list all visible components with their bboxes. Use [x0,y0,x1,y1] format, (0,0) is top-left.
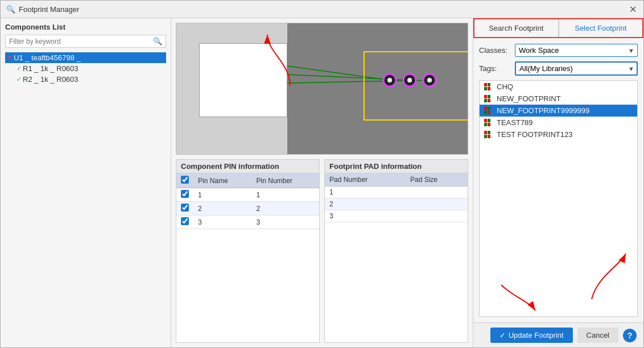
components-tree: ✕ U1 _ teaftb456798 _ ✓ R1 _ 1k _ R0603 … [5,52,166,343]
svg-rect-21 [484,111,487,114]
svg-rect-24 [488,119,490,122]
check-icon-r2: ✓ [16,76,22,83]
bottom-bar: ✓ Update Footprint Cancel ? [473,322,643,347]
fp-icon-new9 [484,107,493,115]
center-panel: Component PIN information Pin Name Pin N… [171,18,473,347]
pad-size-2 [406,198,468,210]
tab-search[interactable]: Search Footprint [474,19,559,37]
right-panel: Search Footprint Select Footprint Classe… [473,18,643,347]
left-panel: Components List 🔍 ✕ U1 _ teaftb456798 _ … [1,18,171,347]
right-body: Classes: Work Space ▼ Tags: All(My Libra… [473,38,643,322]
fp-label-chq: CHQ [497,82,513,91]
classes-control: Work Space ▼ [515,44,638,57]
tags-row: Tags: All(My Libraries) ▼ [479,61,638,76]
svg-point-9 [427,78,432,82]
update-footprint-button[interactable]: ✓ Update Footprint [490,328,573,343]
tab-bar: Search Footprint Select Footprint [474,19,642,37]
pad-table-section: Footprint PAD information Pad Number Pad… [324,159,468,343]
table-row: 2 [325,198,468,210]
pin-row-3-checkbox[interactable] [181,217,189,225]
svg-rect-20 [488,107,490,110]
svg-rect-22 [488,111,490,114]
tree-item-r1[interactable]: ✓ R1 _ 1k _ R0603 [5,63,166,74]
pin-row-1-checkbox[interactable] [181,190,189,198]
classes-label: Classes: [479,46,510,55]
table-row: 3 3 [176,216,319,229]
pin-number-1: 1 [252,188,319,202]
fp-label-new-footprint: NEW_FOOTPRINT [497,94,561,103]
svg-rect-26 [488,123,490,126]
window-title: Footprint Manager [19,5,79,14]
preview-svg [176,23,468,154]
svg-rect-15 [484,95,487,98]
pin-number-header: Pin Number [252,173,319,188]
svg-rect-27 [484,131,487,134]
titlebar: 🔍 Footprint Manager ✕ [1,1,643,18]
svg-rect-28 [488,131,490,134]
pad-table-title: Footprint PAD information [325,160,468,173]
fp-item-new-footprint[interactable]: NEW_FOOTPRINT [480,93,637,105]
table-row: 3 [325,210,468,222]
tags-label: Tags: [479,64,510,73]
pad-number-header: Pad Number [325,173,406,187]
tab-select[interactable]: Select Footprint [559,19,643,37]
filter-input[interactable] [9,38,153,45]
main-content: Components List 🔍 ✕ U1 _ teaftb456798 _ … [1,18,643,347]
fp-item-test-footprint123[interactable]: TEST FOOTPRINT123 [480,129,637,140]
pin-table-title: Component PIN information [176,160,319,173]
svg-rect-12 [488,83,490,86]
tab-bar-outer: Search Footprint Select Footprint [473,18,643,38]
pin-name-header: Pin Name [193,173,252,188]
pin-table-section: Component PIN information Pin Name Pin N… [176,159,320,343]
pin-name-2: 2 [193,202,252,216]
svg-line-0 [287,66,390,80]
tree-item-label: U1 _ teaftb456798 _ [14,53,81,62]
pad-size-header: Pad Size [406,173,468,187]
close-button[interactable]: ✕ [628,4,638,14]
fp-icon-test [484,131,493,139]
svg-rect-16 [488,95,490,98]
tree-item-u1[interactable]: ✕ U1 _ teaftb456798 _ [5,52,166,63]
svg-rect-3 [364,52,468,120]
pin-name-3: 3 [193,216,252,229]
table-row: 2 2 [176,202,319,216]
red-arrow-fp [586,248,631,305]
search-box: 🔍 [5,35,166,48]
fp-item-teast789[interactable]: TEAST789 [480,117,637,129]
checkmark-icon: ✓ [499,331,506,339]
select-all-checkbox[interactable] [181,176,189,184]
svg-rect-13 [484,87,487,90]
classes-select[interactable]: Work Space [515,44,638,57]
svg-rect-29 [484,135,487,138]
classes-row: Classes: Work Space ▼ [479,44,638,57]
pin-name-1: 1 [193,188,252,202]
pad-size-3 [406,210,468,222]
svg-rect-30 [488,135,490,138]
tree-item-r2[interactable]: ✓ R2 _ 1k _ R0603 [5,74,166,85]
svg-rect-18 [488,99,490,102]
help-button[interactable]: ? [623,329,637,342]
pin-number-2: 2 [252,202,319,216]
pad-number-2: 2 [325,198,406,210]
fp-icon-teast [484,119,493,127]
fp-item-new-footprint9[interactable]: NEW_FOOTPRINT9999999 [480,105,637,117]
tree-item-label-r2: R2 _ 1k _ R0603 [23,75,79,84]
fp-icon-svg [484,83,493,91]
svg-point-7 [387,78,392,82]
pad-number-1: 1 [325,187,406,198]
fp-item-chq[interactable]: CHQ [480,81,637,93]
cancel-button[interactable]: Cancel [577,328,618,343]
search-icon: 🔍 [6,5,15,14]
fp-label-teast789: TEAST789 [497,118,533,127]
tags-select[interactable]: All(My Libraries) [515,61,638,76]
svg-rect-17 [484,99,487,102]
fp-icon-chq [484,83,493,91]
tree-item-label-r1: R1 _ 1k _ R0603 [23,64,79,73]
pin-row-2-checkbox[interactable] [181,204,189,212]
check-icon-r1: ✓ [16,65,22,72]
preview-area [176,23,468,155]
tags-control: All(My Libraries) ▼ [515,61,638,76]
fp-icon-new [484,95,493,103]
pad-table: Pad Number Pad Size 1 2 [325,173,468,222]
fp-label-new-footprint9: NEW_FOOTPRINT9999999 [497,106,589,115]
